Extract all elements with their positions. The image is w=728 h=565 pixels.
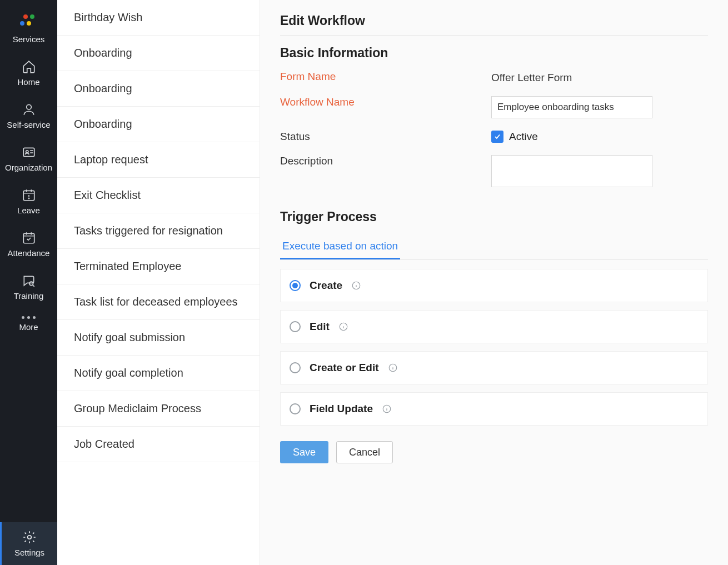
trigger-option-label: Create [310,279,342,292]
workflow-list-item[interactable]: Terminated Employee [57,249,260,284]
trigger-option-label: Edit [310,321,330,333]
basic-info-form: Form Name Offer Letter Form Workflow Nam… [280,71,708,189]
left-nav: Services Home Self-service Organization … [0,0,57,565]
workflow-list-item[interactable]: Group Mediclaim Process [57,391,260,427]
nav-item-settings[interactable]: Settings [0,522,57,565]
status-label: Status [280,131,486,143]
nav-label-selfservice: Self-service [7,120,50,129]
radio-icon [290,403,301,414]
trigger-options: CreateEditCreate or EditField Update [280,269,708,426]
workflow-list-item[interactable]: Onboarding [57,36,260,71]
nav-item-home[interactable]: Home [0,52,57,94]
info-icon[interactable] [351,281,361,291]
svg-point-7 [28,536,32,539]
workflow-list-item[interactable]: Notify goal completion [57,356,260,391]
nav-item-organization[interactable]: Organization [0,137,57,180]
svg-point-6 [29,282,33,286]
divider [280,35,708,36]
more-dots-icon [22,316,36,319]
description-textarea[interactable] [491,155,652,187]
workflow-list: Birthday WishOnboardingOnboardingOnboard… [57,0,260,565]
trigger-heading: Trigger Process [280,209,708,224]
workflow-list-item[interactable]: Onboarding [57,107,260,142]
svg-point-4 [28,198,29,198]
nav-label-settings: Settings [14,548,44,557]
form-name-value: Offer Letter Form [491,71,708,84]
tab-execute-on-action[interactable]: Execute based on action [280,234,400,259]
status-active-checkbox[interactable] [491,131,503,143]
workflow-list-item[interactable]: Tasks triggered for resignation [57,213,260,249]
id-card-icon [22,145,36,159]
nav-label-attendance: Attendance [8,248,50,258]
nav-label-home: Home [17,77,39,87]
radio-icon [290,362,301,373]
nav-item-training[interactable]: Training [0,266,57,308]
form-actions: Save Cancel [280,441,708,463]
trigger-tabs: Execute based on action [280,234,708,260]
nav-label-organization: Organization [5,163,52,172]
radio-icon [290,321,301,332]
page-title: Edit Workflow [280,13,708,28]
check-icon [493,133,501,141]
trigger-option[interactable]: Create or Edit [280,351,708,384]
person-icon [22,102,36,117]
services-logo-icon [20,14,38,28]
nav-label-training: Training [14,291,44,301]
svg-rect-5 [23,233,34,243]
svg-rect-1 [23,148,34,156]
description-label: Description [280,155,486,167]
info-icon[interactable] [388,363,398,373]
trigger-option-label: Field Update [310,403,373,415]
nav-item-attendance[interactable]: Attendance [0,223,57,266]
workflow-name-input[interactable] [491,96,652,118]
workflow-list-item[interactable]: Notify goal submission [57,320,260,356]
gear-icon [22,530,37,544]
status-active-label: Active [509,131,538,143]
trigger-option[interactable]: Edit [280,310,708,343]
nav-label-more: More [19,322,38,332]
form-name-label: Form Name [280,71,486,83]
info-icon[interactable] [338,322,348,332]
info-icon[interactable] [382,404,392,414]
save-button[interactable]: Save [280,441,328,463]
home-icon [22,59,36,74]
svg-point-2 [26,151,28,153]
radio-icon [290,280,301,291]
calendar-alert-icon [22,188,36,202]
workflow-name-label: Workflow Name [280,96,486,108]
workflow-list-item[interactable]: Job Created [57,427,260,462]
chat-search-icon [22,273,36,288]
workflow-list-item[interactable]: Onboarding [57,71,260,107]
workflow-list-item[interactable]: Birthday Wish [57,0,260,36]
workflow-list-item[interactable]: Laptop request [57,142,260,178]
main-content: Edit Workflow Basic Information Form Nam… [260,0,728,565]
svg-point-0 [26,104,31,109]
nav-item-services[interactable]: Services [0,7,57,52]
workflow-list-item[interactable]: Task list for deceased employees [57,284,260,320]
workflow-list-item[interactable]: Exit Checklist [57,178,260,213]
nav-item-leave[interactable]: Leave [0,180,57,223]
nav-item-selfservice[interactable]: Self-service [0,94,57,137]
nav-item-more[interactable]: More [0,308,57,339]
trigger-option[interactable]: Field Update [280,392,708,426]
cancel-button[interactable]: Cancel [336,441,393,463]
basic-info-heading: Basic Information [280,46,708,61]
nav-label-services: Services [13,34,45,44]
trigger-option[interactable]: Create [280,269,708,302]
trigger-option-label: Create or Edit [310,362,379,374]
calendar-check-icon [22,231,36,245]
nav-label-leave: Leave [17,206,40,215]
